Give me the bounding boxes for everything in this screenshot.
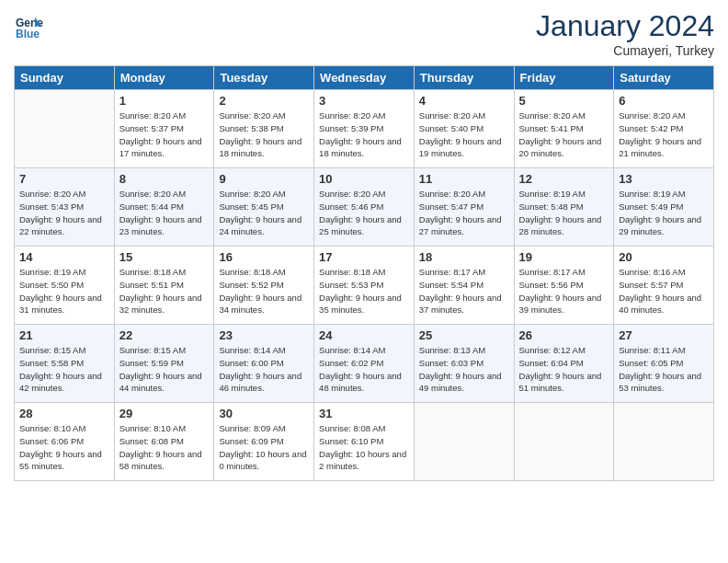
calendar-cell: 31 Sunrise: 8:08 AM Sunset: 6:10 PM Dayl… bbox=[314, 403, 415, 481]
daylight: Daylight: 9 hours and 24 minutes. bbox=[219, 214, 301, 237]
daylight: Daylight: 10 hours and 0 minutes. bbox=[219, 449, 306, 472]
calendar-table: Sunday Monday Tuesday Wednesday Thursday… bbox=[14, 65, 714, 481]
sunrise: Sunrise: 8:19 AM bbox=[619, 189, 685, 199]
day-info: Sunrise: 8:11 AM Sunset: 6:05 PM Dayligh… bbox=[619, 344, 709, 395]
header-row: Sunday Monday Tuesday Wednesday Thursday… bbox=[15, 66, 714, 90]
col-friday: Friday bbox=[514, 66, 614, 90]
sunrise: Sunrise: 8:15 AM bbox=[19, 345, 85, 355]
daylight: Daylight: 9 hours and 44 minutes. bbox=[119, 371, 202, 394]
sunset: Sunset: 5:47 PM bbox=[419, 201, 483, 212]
col-wednesday: Wednesday bbox=[314, 66, 415, 90]
calendar-cell: 28 Sunrise: 8:10 AM Sunset: 6:06 PM Dayl… bbox=[15, 403, 115, 481]
daylight: Daylight: 9 hours and 29 minutes. bbox=[619, 214, 701, 237]
sunset: Sunset: 5:48 PM bbox=[519, 201, 584, 212]
day-number: 9 bbox=[219, 172, 309, 186]
day-number: 20 bbox=[619, 250, 709, 264]
calendar-cell bbox=[414, 403, 514, 481]
day-info: Sunrise: 8:09 AM Sunset: 6:09 PM Dayligh… bbox=[219, 422, 309, 473]
daylight: Daylight: 9 hours and 53 minutes. bbox=[619, 371, 701, 394]
calendar-cell: 16 Sunrise: 8:18 AM Sunset: 5:52 PM Dayl… bbox=[214, 247, 314, 325]
sunset: Sunset: 5:56 PM bbox=[519, 280, 584, 290]
calendar-cell: 18 Sunrise: 8:17 AM Sunset: 5:54 PM Dayl… bbox=[414, 247, 514, 325]
day-info: Sunrise: 8:20 AM Sunset: 5:39 PM Dayligh… bbox=[319, 109, 409, 160]
page: General Blue January 2024 Cumayeri, Turk… bbox=[0, 0, 728, 563]
daylight: Daylight: 9 hours and 25 minutes. bbox=[319, 214, 402, 237]
day-info: Sunrise: 8:15 AM Sunset: 5:59 PM Dayligh… bbox=[119, 344, 210, 395]
day-number: 21 bbox=[19, 328, 109, 342]
day-number: 24 bbox=[319, 328, 409, 342]
sunset: Sunset: 5:50 PM bbox=[19, 280, 84, 290]
sunrise: Sunrise: 8:13 AM bbox=[419, 345, 485, 355]
day-number: 8 bbox=[119, 172, 210, 186]
sunset: Sunset: 6:09 PM bbox=[219, 436, 283, 446]
day-number: 31 bbox=[319, 407, 409, 420]
day-info: Sunrise: 8:20 AM Sunset: 5:41 PM Dayligh… bbox=[519, 109, 609, 160]
day-info: Sunrise: 8:12 AM Sunset: 6:04 PM Dayligh… bbox=[519, 344, 609, 395]
sunrise: Sunrise: 8:20 AM bbox=[619, 110, 685, 121]
sunrise: Sunrise: 8:16 AM bbox=[619, 267, 685, 277]
sunset: Sunset: 6:05 PM bbox=[619, 358, 683, 368]
sunset: Sunset: 5:46 PM bbox=[319, 201, 383, 212]
daylight: Daylight: 9 hours and 42 minutes. bbox=[19, 371, 102, 394]
sunset: Sunset: 5:58 PM bbox=[19, 358, 84, 368]
sunset: Sunset: 6:00 PM bbox=[219, 358, 283, 368]
daylight: Daylight: 9 hours and 49 minutes. bbox=[419, 371, 502, 394]
sunrise: Sunrise: 8:20 AM bbox=[19, 189, 85, 199]
day-info: Sunrise: 8:14 AM Sunset: 6:02 PM Dayligh… bbox=[319, 344, 409, 395]
sunset: Sunset: 6:04 PM bbox=[519, 358, 584, 368]
calendar-cell: 11 Sunrise: 8:20 AM Sunset: 5:47 PM Dayl… bbox=[414, 168, 514, 247]
day-number: 25 bbox=[419, 328, 509, 342]
calendar-cell: 30 Sunrise: 8:09 AM Sunset: 6:09 PM Dayl… bbox=[214, 403, 314, 481]
day-info: Sunrise: 8:19 AM Sunset: 5:48 PM Dayligh… bbox=[519, 188, 609, 238]
daylight: Daylight: 10 hours and 2 minutes. bbox=[319, 449, 406, 472]
calendar-cell: 1 Sunrise: 8:20 AM Sunset: 5:37 PM Dayli… bbox=[114, 90, 214, 168]
day-number: 28 bbox=[19, 407, 109, 420]
day-number: 7 bbox=[19, 172, 109, 186]
sunrise: Sunrise: 8:20 AM bbox=[319, 110, 385, 121]
daylight: Daylight: 9 hours and 18 minutes. bbox=[319, 136, 402, 159]
day-info: Sunrise: 8:18 AM Sunset: 5:51 PM Dayligh… bbox=[119, 266, 210, 316]
sunrise: Sunrise: 8:10 AM bbox=[119, 423, 186, 433]
daylight: Daylight: 9 hours and 32 minutes. bbox=[119, 293, 202, 316]
calendar-cell: 22 Sunrise: 8:15 AM Sunset: 5:59 PM Dayl… bbox=[114, 325, 214, 403]
daylight: Daylight: 9 hours and 28 minutes. bbox=[519, 214, 602, 237]
sunrise: Sunrise: 8:09 AM bbox=[219, 423, 285, 433]
sunrise: Sunrise: 8:17 AM bbox=[419, 267, 485, 277]
calendar-cell: 3 Sunrise: 8:20 AM Sunset: 5:39 PM Dayli… bbox=[314, 90, 415, 168]
sunrise: Sunrise: 8:14 AM bbox=[219, 345, 285, 355]
day-number: 27 bbox=[619, 328, 709, 342]
day-info: Sunrise: 8:10 AM Sunset: 6:08 PM Dayligh… bbox=[119, 422, 210, 473]
sunrise: Sunrise: 8:19 AM bbox=[519, 189, 586, 199]
day-info: Sunrise: 8:18 AM Sunset: 5:52 PM Dayligh… bbox=[219, 266, 309, 316]
sunrise: Sunrise: 8:08 AM bbox=[319, 423, 385, 433]
daylight: Daylight: 9 hours and 27 minutes. bbox=[419, 214, 502, 237]
sunrise: Sunrise: 8:20 AM bbox=[519, 110, 586, 121]
sunset: Sunset: 5:42 PM bbox=[619, 123, 683, 133]
day-info: Sunrise: 8:19 AM Sunset: 5:49 PM Dayligh… bbox=[619, 188, 709, 238]
calendar-week-3: 14 Sunrise: 8:19 AM Sunset: 5:50 PM Dayl… bbox=[15, 247, 714, 325]
col-monday: Monday bbox=[114, 66, 214, 90]
day-number: 13 bbox=[619, 172, 709, 186]
col-thursday: Thursday bbox=[414, 66, 514, 90]
sunset: Sunset: 5:59 PM bbox=[119, 358, 184, 368]
calendar-cell: 14 Sunrise: 8:19 AM Sunset: 5:50 PM Dayl… bbox=[15, 247, 115, 325]
sunset: Sunset: 5:44 PM bbox=[119, 201, 184, 212]
daylight: Daylight: 9 hours and 22 minutes. bbox=[19, 214, 102, 237]
sunrise: Sunrise: 8:20 AM bbox=[119, 189, 186, 199]
sunset: Sunset: 5:51 PM bbox=[119, 280, 184, 290]
sunrise: Sunrise: 8:18 AM bbox=[319, 267, 385, 277]
sunrise: Sunrise: 8:18 AM bbox=[219, 267, 285, 277]
day-number: 3 bbox=[319, 94, 409, 108]
day-info: Sunrise: 8:16 AM Sunset: 5:57 PM Dayligh… bbox=[619, 266, 709, 316]
sunrise: Sunrise: 8:20 AM bbox=[119, 110, 186, 121]
sunset: Sunset: 5:52 PM bbox=[219, 280, 283, 290]
day-number: 18 bbox=[419, 250, 509, 264]
sunrise: Sunrise: 8:18 AM bbox=[119, 267, 186, 277]
day-info: Sunrise: 8:20 AM Sunset: 5:46 PM Dayligh… bbox=[319, 188, 409, 238]
sunset: Sunset: 5:45 PM bbox=[219, 201, 283, 212]
sunset: Sunset: 5:38 PM bbox=[219, 123, 283, 133]
calendar-cell: 20 Sunrise: 8:16 AM Sunset: 5:57 PM Dayl… bbox=[614, 247, 714, 325]
calendar-cell: 27 Sunrise: 8:11 AM Sunset: 6:05 PM Dayl… bbox=[614, 325, 714, 403]
calendar-cell: 19 Sunrise: 8:17 AM Sunset: 5:56 PM Dayl… bbox=[514, 247, 614, 325]
sunset: Sunset: 6:10 PM bbox=[319, 436, 383, 446]
